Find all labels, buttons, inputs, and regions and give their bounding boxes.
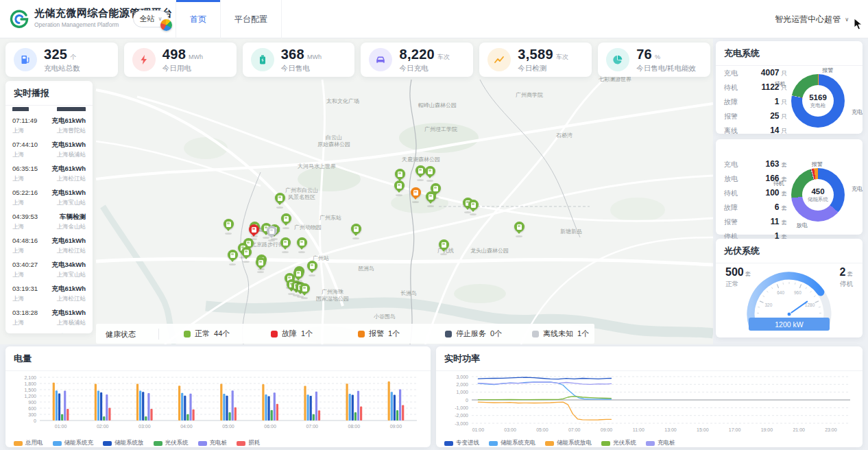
svg-text:15:00: 15:00 bbox=[697, 427, 709, 432]
stat-label: 报警 bbox=[724, 112, 770, 121]
station-pin-normal[interactable] bbox=[514, 222, 525, 236]
station-pin-normal[interactable] bbox=[438, 239, 449, 254]
charging-system-panel: 充电系统 充电4007只待机1122只故障1只报警25只离线14只 5169充电… bbox=[716, 41, 863, 134]
legend-item[interactable]: 总用电 bbox=[14, 439, 43, 447]
station-pin-offline[interactable] bbox=[266, 226, 277, 240]
pie-icon bbox=[606, 48, 629, 71]
clipped-broadcast-item bbox=[12, 106, 86, 111]
broadcast-list[interactable]: 07:11:49充电61kWh上海上海普陀站07:44:10充电51kWh上海上… bbox=[5, 106, 93, 333]
broadcast-city: 上海 bbox=[12, 151, 24, 159]
stat-value: 14 bbox=[770, 126, 779, 135]
station-pin-normal[interactable] bbox=[280, 213, 291, 228]
stat-value: 6 bbox=[775, 202, 780, 212]
station-pin-normal[interactable] bbox=[299, 283, 310, 298]
broadcast-city: 上海 bbox=[12, 295, 24, 303]
svg-text:-2,000: -2,000 bbox=[455, 413, 468, 418]
health-title: 健康状态 bbox=[96, 329, 159, 340]
station-pin-normal[interactable] bbox=[306, 261, 317, 275]
broadcast-station: 上海松江站 bbox=[57, 175, 86, 183]
legend-item[interactable]: 光伏系统 bbox=[154, 439, 189, 447]
tab-home[interactable]: 首页 bbox=[176, 0, 221, 38]
broadcast-event: 充电34kWh bbox=[51, 261, 86, 270]
kpi-card: 325个充电站总数 bbox=[5, 43, 118, 77]
broadcast-item: 03:18:28充电51kWh上海上海杨浦站 bbox=[12, 309, 86, 327]
power-usage-icon bbox=[132, 48, 156, 71]
station-pin-normal[interactable] bbox=[241, 247, 252, 261]
kpi-unit: MWh bbox=[307, 54, 322, 60]
dashboard-screen: 太和文化广场帽峰山森林公园广州商学院七彩澜游世界广州理工学院石桥湾白云山 原始森… bbox=[0, 0, 868, 450]
station-pin-normal[interactable] bbox=[296, 237, 307, 252]
svg-text:11:00: 11:00 bbox=[633, 427, 644, 432]
svg-text:09:00: 09:00 bbox=[390, 424, 402, 429]
health-item: 正常 44个 bbox=[159, 329, 246, 339]
realtime-broadcast-panel: 实时播报 07:11:49充电61kWh上海上海普陀站07:44:10充电51k… bbox=[5, 81, 93, 333]
status-dot bbox=[271, 331, 278, 338]
legend-item[interactable]: 专变进线 bbox=[444, 439, 479, 447]
stat-label: 故障 bbox=[724, 97, 775, 107]
kpi-label: 今日充电 bbox=[399, 64, 450, 73]
broadcast-station: 上海宝山站 bbox=[57, 199, 86, 207]
legend-item[interactable]: 储能系统放 bbox=[103, 439, 144, 447]
station-pin-normal[interactable] bbox=[227, 250, 238, 264]
legend-item[interactable]: 光伏系统 bbox=[601, 439, 636, 447]
status-dot bbox=[532, 331, 539, 338]
legend-item[interactable]: 充电桩 bbox=[198, 439, 228, 447]
legend-swatch bbox=[489, 441, 498, 446]
health-label: 停止服务 0个 bbox=[456, 329, 502, 339]
donut-center-label: 储能系统 bbox=[808, 196, 828, 203]
kpi-card: 368MWh今日售电 bbox=[243, 43, 355, 77]
user-account-menu[interactable]: 智光运营中心超管 ∨ bbox=[775, 0, 849, 38]
map-place-label: 广州理工学院 bbox=[424, 126, 457, 133]
station-pin-normal[interactable] bbox=[280, 237, 291, 252]
station-pin-normal[interactable] bbox=[350, 224, 361, 238]
station-pin-normal[interactable] bbox=[255, 257, 266, 272]
station-pin-normal[interactable] bbox=[424, 166, 435, 180]
assistant-ball-icon[interactable] bbox=[160, 19, 172, 31]
legend-item[interactable]: 储能系统放电 bbox=[545, 439, 592, 447]
pv-power-badge: 1200 kW bbox=[749, 318, 830, 331]
legend-item[interactable]: 储能系统充 bbox=[53, 439, 94, 447]
stat-label: 充电 bbox=[724, 69, 761, 78]
stat-unit: 套 bbox=[782, 204, 788, 213]
legend-label: 专变进线 bbox=[456, 439, 479, 447]
svg-text:04:00: 04:00 bbox=[180, 424, 193, 429]
station-pin-fault[interactable] bbox=[248, 224, 259, 239]
tab-platform-config[interactable]: 平台配置 bbox=[221, 0, 282, 38]
stat-label: 离线 bbox=[724, 126, 770, 136]
broadcast-time: 07:44:10 bbox=[12, 141, 38, 148]
kpi-value: 3,589 bbox=[518, 47, 553, 62]
donut-callout: 充电 bbox=[852, 108, 863, 116]
station-pin-normal[interactable] bbox=[425, 191, 436, 206]
broadcast-time: 04:48:16 bbox=[12, 237, 38, 244]
stat-label: 充电 bbox=[724, 160, 765, 169]
station-pin-alarm[interactable] bbox=[410, 187, 421, 202]
svg-text:06:00: 06:00 bbox=[264, 424, 276, 429]
legend-swatch bbox=[237, 441, 245, 446]
svg-text:-3,000: -3,000 bbox=[455, 421, 468, 426]
svg-text:17:00: 17:00 bbox=[729, 427, 741, 432]
station-pin-normal[interactable] bbox=[274, 193, 285, 207]
station-pin-normal[interactable] bbox=[394, 180, 405, 195]
legend-item[interactable]: 损耗 bbox=[237, 439, 260, 447]
legend-item[interactable]: 充电桩 bbox=[646, 439, 675, 447]
broadcast-time: 05:22:16 bbox=[12, 189, 38, 196]
station-pin-normal[interactable] bbox=[223, 219, 234, 233]
city-map[interactable]: 太和文化广场帽峰山森林公园广州商学院七彩澜游世界广州理工学院石桥湾白云山 原始森… bbox=[0, 38, 713, 344]
station-pin-normal[interactable] bbox=[293, 268, 304, 283]
broadcast-item: 06:35:15充电61kWh上海上海松江站 bbox=[12, 165, 86, 183]
health-item: 故障 1个 bbox=[246, 329, 333, 339]
stat-label: 待机 bbox=[724, 83, 761, 93]
stat-unit: 只 bbox=[782, 128, 788, 136]
map-place-label: 长洲岛 bbox=[400, 290, 417, 297]
stat-row: 离线14只 bbox=[724, 123, 787, 138]
kpi-label: 今日检测 bbox=[518, 64, 568, 73]
legend-label: 光伏系统 bbox=[165, 439, 189, 447]
map-place-label: 龙头山森林公园 bbox=[470, 248, 509, 254]
kpi-unit: 个 bbox=[70, 53, 76, 62]
legend-item[interactable]: 储能系统充电 bbox=[489, 439, 535, 447]
broadcast-event: 充电61kWh bbox=[51, 285, 86, 294]
chevron-down-icon: ∨ bbox=[845, 16, 849, 23]
svg-text:960: 960 bbox=[794, 290, 801, 295]
station-pin-normal[interactable] bbox=[468, 200, 479, 214]
stat-unit: 只 bbox=[782, 113, 788, 121]
